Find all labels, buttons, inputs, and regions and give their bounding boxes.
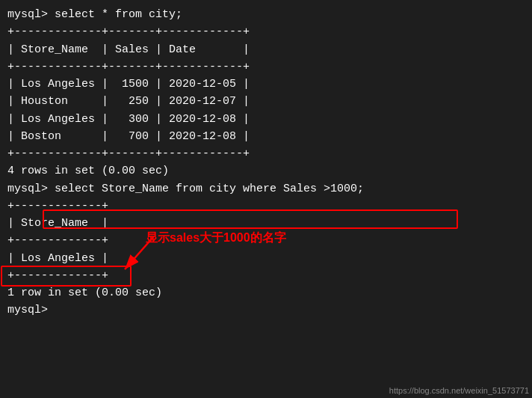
terminal-line: | Store_Name | [7,215,525,232]
terminal-line: +-------------+ [7,232,525,249]
terminal-line: mysql> select Store_Name from city where… [7,180,525,198]
terminal-line: | Store_Name | Sales | Date | [7,41,525,58]
terminal-line: mysql> select * from city; [7,6,525,23]
terminal-line: 4 rows in set (0.00 sec) [7,162,525,180]
terminal-line: +-------------+-------+------------+ [7,145,525,162]
terminal-line: | Boston | 700 | 2020-12-08 | [7,128,525,145]
terminal-line: +-------------+ [7,198,525,215]
terminal: mysql> select * from city;+-------------… [0,0,532,398]
terminal-line: | Los Angeles | 1500 | 2020-12-05 | [7,76,525,93]
terminal-line: 1 row in set (0.00 sec) [7,284,525,301]
terminal-line: | Los Angeles | [7,250,525,267]
terminal-line: mysql> [7,301,525,319]
terminal-line: +-------------+-------+------------+ [7,23,525,40]
watermark: https://blog.csdn.net/weixin_51573771 [389,386,529,395]
terminal-line: +-------------+ [7,267,525,284]
terminal-line: +-------------+-------+------------+ [7,58,525,76]
terminal-line: | Houston | 250 | 2020-12-07 | [7,93,525,110]
terminal-line: | Los Angeles | 300 | 2020-12-08 | [7,111,525,128]
